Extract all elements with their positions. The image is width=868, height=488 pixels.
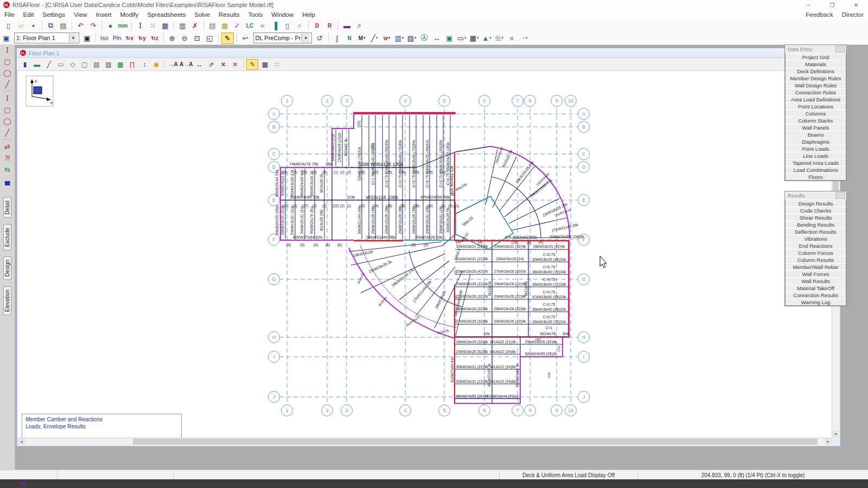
rotate-x-icon[interactable]: ↻x — [124, 33, 136, 43]
panel-pin-icon[interactable] — [835, 46, 845, 53]
node-label-icon[interactable]: N — [344, 33, 355, 43]
sort-triangles-icon[interactable]: ▲▾ — [481, 33, 493, 43]
results-item-code-checks[interactable]: Code Checks — [785, 207, 846, 214]
report-icon[interactable]: ▤ — [207, 21, 218, 31]
chevron-down-icon[interactable]: ▾ — [464, 36, 467, 40]
zoom-in-icon[interactable]: ⊕ — [167, 33, 178, 43]
menu-modify[interactable]: Modify — [116, 11, 143, 18]
rotate-load-icon[interactable]: ↺ — [314, 33, 326, 43]
menu-feedback[interactable]: Feedback — [801, 11, 838, 18]
data-entry-item-point-locations[interactable]: Point Locations — [785, 102, 846, 110]
spreadsheet-icon[interactable]: ▥ — [177, 21, 188, 31]
data-entry-item-connection-rules[interactable]: Connection Rules — [785, 88, 846, 96]
menu-settings[interactable]: Settings — [38, 11, 69, 18]
draw-wall-icon[interactable]: ◯ — [2, 67, 14, 79]
restore-button[interactable]: ❐ — [820, 0, 844, 10]
load-category-selector[interactable]: DL PreComp - Pr ▼ — [253, 33, 312, 43]
ruler-icon[interactable]: ▭▾ — [456, 33, 468, 43]
tab-design[interactable]: Design — [3, 256, 11, 280]
data-entry-item-project-grid[interactable]: Project Grid — [785, 53, 846, 61]
results-item-wall-forces[interactable]: Wall Forces — [785, 270, 846, 278]
rotate-z-icon[interactable]: ↻z — [149, 33, 161, 43]
menu-results[interactable]: Results — [214, 11, 244, 18]
results-item-member-wall-rebar[interactable]: Member/Wall Rebar — [785, 263, 846, 271]
open-icon[interactable]: ▱ — [15, 21, 27, 31]
chevron-down-icon[interactable]: ▾ — [489, 36, 492, 40]
chevron-down-icon[interactable]: ▼ — [302, 34, 310, 42]
data-entry-item-column-stacks[interactable]: Column Stacks — [785, 117, 846, 124]
deck-hatch-icon[interactable]: ▨ — [103, 60, 114, 69]
menu-spreadsheets[interactable]: Spreadsheets — [143, 11, 190, 18]
delete-all-icon[interactable]: ✕ — [229, 60, 240, 69]
pencil-edit-icon[interactable]: ✎ — [221, 33, 234, 44]
floor-plan-title-bar[interactable]: FL Floor Plan 1 — [17, 48, 840, 58]
draw-line-icon[interactable]: ╱ — [43, 60, 54, 69]
print-icon[interactable]: ▤ — [58, 21, 69, 31]
data-entry-header[interactable]: Data Entry — [785, 45, 846, 54]
data-entry-item-materials[interactable]: Materials — [785, 60, 846, 68]
results-item-vibrations[interactable]: Vibrations — [785, 235, 846, 242]
grid-gray-icon[interactable]: ⊞▾ — [494, 33, 505, 43]
draw-rect-icon[interactable]: ▭ — [55, 60, 66, 69]
tab-elevation[interactable]: Elevation — [3, 286, 11, 315]
check-design-icon[interactable]: ✓ — [232, 21, 243, 31]
chevron-down-icon[interactable]: ▾ — [526, 36, 528, 40]
modify-brace-icon[interactable]: ╱ — [2, 127, 14, 138]
slope-icon[interactable]: ⇗ — [206, 60, 216, 69]
horizontal-scroll-thumb[interactable] — [133, 439, 818, 445]
copy-icon[interactable]: ⧉ — [45, 21, 56, 31]
results-item-column-forces[interactable]: Column Forces — [785, 249, 846, 256]
lc-icon[interactable]: LC — [244, 21, 256, 31]
delete-spreadsheet-icon[interactable]: ✗ — [189, 21, 201, 31]
menu-director[interactable]: Director — [838, 11, 868, 18]
scroll-down-icon[interactable]: ▼ — [832, 431, 839, 438]
new-icon[interactable]: ▯ — [3, 21, 14, 31]
results-chart-icon[interactable]: ▥▾ — [394, 33, 405, 43]
chevron-down-icon[interactable]: ▾ — [477, 36, 479, 40]
chevron-down-icon[interactable]: ▾ — [402, 36, 404, 40]
snapshot-icon[interactable]: ▣ — [81, 33, 93, 43]
query-icon[interactable]: ⁈ — [2, 152, 14, 164]
zoom-extents-icon[interactable]: ◱ — [204, 33, 215, 43]
menu-solve[interactable]: Solve — [190, 11, 214, 18]
data-entry-item-wall-panels[interactable]: Wall Panels — [785, 124, 846, 131]
data-entry-item-load-combinations[interactable]: Load Combinations — [785, 166, 846, 174]
snap-icon[interactable]: ↩ — [240, 33, 251, 43]
delete-dim-icon[interactable]: ✕ — [218, 60, 228, 69]
scroll-left-icon[interactable]: ◂ — [18, 438, 25, 445]
results-item-bending-results[interactable]: Bending Results — [785, 221, 846, 228]
pattern-icon[interactable]: ▦▾ — [469, 33, 480, 43]
detail-d-icon[interactable]: D — [311, 21, 323, 31]
minimize-button[interactable]: ─ — [796, 0, 820, 10]
close-button[interactable]: ✕ — [844, 0, 868, 10]
square-gray-icon[interactable]: ■ — [506, 33, 518, 43]
fill-style-icon[interactable]: ▨▾ — [406, 33, 418, 43]
w-shape-icon[interactable]: w▾ — [381, 33, 393, 43]
shear-diagram-icon[interactable]: ʃ — [331, 33, 343, 43]
undo-icon[interactable]: ↶ — [75, 21, 86, 31]
find-icon[interactable]: ⌕ — [354, 21, 365, 31]
draw-beam-icon[interactable]: I — [2, 44, 14, 56]
data-entry-item-point-loads[interactable]: Point Loads — [785, 145, 846, 152]
results-item-end-reactions[interactable]: End Reactions — [785, 242, 846, 249]
chevron-down-icon[interactable]: ▼ — [69, 34, 77, 42]
chevron-down-icon[interactable]: ▾ — [388, 36, 391, 40]
compass-icon[interactable]: ◉ — [151, 60, 162, 69]
draw-brace-icon[interactable]: ╱ — [2, 79, 14, 90]
section-icon[interactable]: I — [135, 21, 146, 31]
document-search-icon[interactable]: ⌕ — [294, 21, 305, 31]
data-entry-item-member-design-rules[interactable]: Member Design Rules — [785, 74, 846, 82]
detail-r-icon[interactable]: R — [324, 21, 335, 31]
lock-icon[interactable]: ▄ — [2, 175, 14, 187]
results-item-connection-results[interactable]: Connection Results — [785, 291, 846, 299]
swap-icon[interactable]: ⇄ — [2, 141, 14, 152]
member-label-icon[interactable]: M▾ — [356, 33, 368, 43]
save-icon[interactable]: ▪ — [28, 21, 39, 31]
modify-beam-icon[interactable]: I — [2, 93, 14, 104]
results-item-warning-log[interactable]: Warning Log — [785, 298, 846, 306]
help-book-icon[interactable]: ▬ — [341, 21, 353, 31]
dim-between-icon[interactable]: ↔ — [194, 60, 205, 69]
panel-pin-icon[interactable] — [835, 192, 845, 199]
data-entry-item-diaphragms[interactable]: Diaphragms — [785, 138, 846, 145]
modify-column-icon[interactable]: ▢ — [2, 104, 14, 115]
